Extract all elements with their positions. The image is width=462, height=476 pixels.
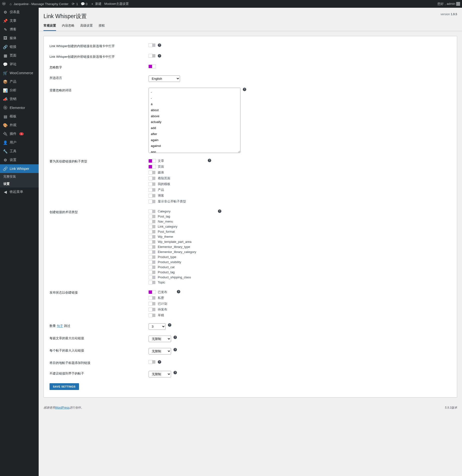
toggle-label: Product_type xyxy=(158,255,176,259)
toggle[interactable] xyxy=(149,290,155,294)
menu-item-15[interactable]: 👤用户 xyxy=(0,138,39,147)
toggle-label: Link_category xyxy=(158,225,177,228)
menu-item-13[interactable]: 🎨外观 xyxy=(0,121,39,129)
toggle[interactable] xyxy=(149,194,155,197)
menu-item-14[interactable]: 🔌插件1 xyxy=(0,129,39,138)
wordpress-link[interactable]: WordPress xyxy=(55,406,69,409)
help-icon[interactable]: ? xyxy=(173,371,177,374)
external-newtab-toggle[interactable] xyxy=(149,54,155,58)
toggle[interactable] xyxy=(149,220,155,223)
toggle[interactable] xyxy=(149,200,155,203)
menu-item-11[interactable]: ⓔElementor xyxy=(0,103,39,112)
toggle[interactable] xyxy=(149,308,155,311)
menu-icon: 🔗 xyxy=(3,166,8,171)
help-icon[interactable]: ? xyxy=(177,290,180,293)
menu-item-17[interactable]: ⚙设置 xyxy=(0,156,39,164)
toggle[interactable] xyxy=(149,171,155,174)
updates-link[interactable]: ⟳1 xyxy=(71,2,78,6)
menu-item-10[interactable]: 📣营销 xyxy=(0,95,39,103)
submenu-item[interactable]: 完整安装 xyxy=(0,173,39,180)
help-icon[interactable]: ? xyxy=(158,360,161,364)
menu-item-2[interactable]: ✎博客 xyxy=(0,25,39,34)
save-button[interactable]: SAVE SETTINGS xyxy=(50,383,79,390)
help-icon[interactable]: ? xyxy=(173,336,177,339)
updates-count: 1 xyxy=(76,2,78,6)
menu-item-19[interactable]: ◀收起菜单 xyxy=(0,187,39,196)
menu-item-1[interactable]: 📌文章 xyxy=(0,17,39,25)
toggle-label: Wp_theme xyxy=(158,235,173,238)
menu-label: WooCommerce xyxy=(10,71,33,75)
toggle[interactable] xyxy=(149,245,155,249)
max-inbound-select[interactable]: 无限制 xyxy=(149,348,171,355)
menu-item-18[interactable]: 🔗Link Whisper xyxy=(0,164,39,173)
toggle[interactable] xyxy=(149,314,155,317)
help-icon[interactable]: ? xyxy=(173,348,177,351)
toggle[interactable] xyxy=(149,255,155,259)
menu-item-4[interactable]: 🔗链接 xyxy=(0,42,39,51)
wp-logo[interactable]: ⓦ xyxy=(2,2,6,6)
skip-select[interactable]: 3 xyxy=(149,323,165,330)
menu-item-16[interactable]: 🔧工具 xyxy=(0,147,39,156)
menu-item-7[interactable]: 🛒WooCommerce xyxy=(0,69,39,77)
toggle[interactable] xyxy=(149,230,155,233)
tab[interactable]: 授权 xyxy=(99,24,105,31)
add-title-label: 将目的地帖子标题添加到链接 xyxy=(50,360,149,365)
menu-item-5[interactable]: ▦页面 xyxy=(0,51,39,60)
toggle[interactable] xyxy=(149,188,155,192)
badge: 1 xyxy=(19,132,24,135)
toggle[interactable] xyxy=(149,235,155,238)
menu-item-6[interactable]: 💬评论 xyxy=(0,60,39,69)
menu-item-3[interactable]: 🖼媒体 xyxy=(0,34,39,42)
comments-link[interactable]: 💬0 xyxy=(81,2,87,6)
toggle[interactable] xyxy=(149,276,155,279)
tab[interactable]: 常规设置 xyxy=(43,24,56,31)
help-icon[interactable]: ? xyxy=(158,43,161,47)
tab[interactable]: 内容忽略 xyxy=(62,24,74,31)
admin-bar: ⓦ ⌂Jacqueline - Massage Theraphy Center … xyxy=(0,0,462,8)
toggle-label: 着陆页面 xyxy=(158,176,170,180)
ignore-words-textarea[interactable]: - - a about above actually add after aga… xyxy=(149,88,240,153)
toggle[interactable] xyxy=(149,182,155,186)
toggle[interactable] xyxy=(149,225,155,228)
toggle[interactable] xyxy=(149,165,155,168)
site-name-link[interactable]: ⌂Jacqueline - Massage Theraphy Center xyxy=(9,2,68,6)
menu-label: 链接 xyxy=(10,45,17,49)
help-icon[interactable]: ? xyxy=(168,323,171,327)
sentence-link[interactable]: 句子 xyxy=(57,324,63,328)
language-select[interactable]: English xyxy=(149,75,180,82)
internal-newtab-toggle[interactable] xyxy=(149,43,155,47)
account-link[interactable]: 您好，admin xyxy=(437,2,460,6)
toggle[interactable] xyxy=(149,159,155,163)
toggle[interactable] xyxy=(149,296,155,300)
help-icon[interactable]: ? xyxy=(243,88,246,91)
toggle-label: 已计划 xyxy=(158,302,167,306)
max-outbound-select[interactable]: 无限制 xyxy=(149,336,171,342)
help-icon[interactable]: ? xyxy=(158,54,161,58)
toggle[interactable] xyxy=(149,215,155,218)
toggle[interactable] xyxy=(149,265,155,269)
toggle[interactable] xyxy=(149,250,155,254)
toggle[interactable] xyxy=(149,240,155,244)
no-old-select[interactable]: 无限制 xyxy=(149,371,171,377)
submenu-item[interactable]: 设置 xyxy=(0,180,39,187)
menu-label: 博客 xyxy=(10,27,17,32)
toggle[interactable] xyxy=(149,281,155,284)
modown-link[interactable]: Modown主题设置 xyxy=(104,2,129,6)
menu-item-0[interactable]: ⚙仪表盘 xyxy=(0,8,39,17)
add-title-toggle[interactable] xyxy=(149,360,155,364)
tab[interactable]: 高级设置 xyxy=(80,24,93,31)
settings-panel: Link Whisper创建的内部链接在新选项卡中打开 ? Link Whisp… xyxy=(43,36,457,398)
toggle[interactable] xyxy=(149,261,155,264)
ignore-numbers-toggle[interactable] xyxy=(149,65,155,68)
avatar-icon xyxy=(456,2,460,6)
toggle[interactable] xyxy=(149,177,155,180)
menu-item-9[interactable]: 📊分析 xyxy=(0,86,39,95)
help-icon[interactable]: ? xyxy=(208,159,211,162)
menu-item-12[interactable]: ▤模板 xyxy=(0,112,39,121)
toggle[interactable] xyxy=(149,210,155,213)
new-content-link[interactable]: +新建 xyxy=(90,2,102,6)
toggle[interactable] xyxy=(149,271,155,274)
toggle[interactable] xyxy=(149,302,155,306)
help-icon[interactable]: ? xyxy=(218,210,221,213)
menu-item-8[interactable]: 📦产品 xyxy=(0,77,39,86)
